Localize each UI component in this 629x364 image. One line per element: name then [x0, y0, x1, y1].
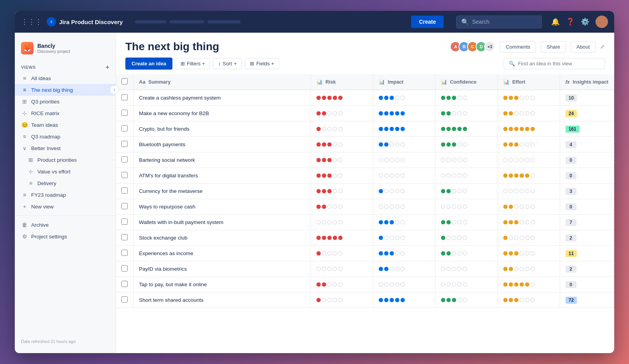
- create-idea-button[interactable]: Create an idea: [125, 58, 172, 70]
- effort-cell: [497, 199, 560, 215]
- effort-header[interactable]: 📊 Effort: [497, 74, 560, 90]
- row-checkbox[interactable]: [121, 156, 128, 163]
- row-checkbox[interactable]: [121, 281, 128, 287]
- add-view-icon[interactable]: +: [105, 64, 109, 71]
- sidebar-item-team-ideas[interactable]: 😊 Team ideas: [15, 119, 116, 131]
- share-button[interactable]: Share: [541, 41, 566, 52]
- insights-cell: 161: [560, 121, 614, 137]
- roadmap-icon: ≡: [21, 133, 28, 140]
- summary-cell[interactable]: PayID via biometrics: [134, 261, 311, 277]
- app-logo[interactable]: Jira Product Discovery: [47, 17, 123, 26]
- comments-button[interactable]: Comments: [500, 41, 536, 52]
- summary-cell[interactable]: Experiences as income: [134, 246, 311, 261]
- effort-cell: [497, 90, 560, 106]
- summary-cell[interactable]: Bluetooth payments: [134, 137, 311, 152]
- sidebar-collapse-button[interactable]: ‹: [110, 85, 119, 94]
- checkbox-cell: [116, 261, 134, 277]
- impact-header[interactable]: 📊 Impact: [373, 74, 435, 90]
- row-checkbox[interactable]: [121, 296, 128, 303]
- summary-cell[interactable]: ATM's for digital transfers: [134, 168, 311, 184]
- sidebar-item-all-ideas[interactable]: ≡ All ideas: [15, 72, 116, 84]
- fields-button[interactable]: ⊞ Fields +: [245, 58, 279, 69]
- sidebar-item-label: Q3 roadmap: [31, 134, 60, 140]
- insights-cell: 3: [560, 184, 614, 199]
- row-checkbox[interactable]: [121, 265, 128, 271]
- table-row: Bluetooth payments4: [116, 137, 614, 152]
- table-row: Stock exchange club2: [116, 230, 614, 246]
- row-checkbox[interactable]: [121, 94, 128, 100]
- summary-cell[interactable]: Bartering social network: [134, 152, 311, 168]
- checkbox-cell: [116, 277, 134, 292]
- risk-cell: [311, 152, 373, 168]
- about-button[interactable]: About: [571, 41, 596, 52]
- row-checkbox[interactable]: [121, 203, 128, 209]
- summary-cell[interactable]: Make a new economy for B2B: [134, 106, 311, 121]
- user-avatar[interactable]: [596, 16, 608, 28]
- settings-icon[interactable]: ⚙️: [581, 18, 589, 26]
- find-idea-search[interactable]: 🔍: [504, 58, 605, 69]
- row-checkbox[interactable]: [121, 187, 128, 194]
- sidebar-item-project-settings[interactable]: ⚙ Project settings: [15, 231, 116, 242]
- summary-cell[interactable]: Tap to pay, but make it online: [134, 277, 311, 292]
- summary-cell[interactable]: Stock exchange club: [134, 230, 311, 246]
- summary-cell[interactable]: Short term shared accounts: [134, 292, 311, 308]
- row-checkbox[interactable]: [121, 110, 128, 116]
- risk-cell: [311, 246, 373, 261]
- impact-cell: [373, 199, 435, 215]
- summary-cell[interactable]: Create a cashless payment system: [134, 90, 311, 106]
- insight-badge: 3: [566, 188, 576, 195]
- nav-create-button[interactable]: Create: [411, 16, 444, 28]
- row-checkbox[interactable]: [121, 234, 128, 240]
- summary-cell[interactable]: Ways to repurpose cash: [134, 199, 311, 215]
- confidence-cell: [435, 292, 497, 308]
- checkbox-cell: [116, 230, 134, 246]
- insight-badge: 0: [566, 157, 576, 164]
- sidebar-item-rice-matrix[interactable]: ⊹ RICE matrix: [15, 107, 116, 119]
- sidebar-item-value-vs-effort[interactable]: ⊹ Value vs effort: [15, 166, 116, 177]
- nav-pill-1[interactable]: [135, 20, 166, 23]
- sort-button[interactable]: ↕ Sort +: [213, 58, 242, 69]
- expand-icon[interactable]: ⤢: [600, 44, 605, 50]
- checkbox-cell: [116, 137, 134, 152]
- row-checkbox[interactable]: [121, 141, 128, 147]
- sidebar-divider: [15, 215, 116, 216]
- sidebar-item-better-invest[interactable]: ∨ Better Invest: [15, 142, 116, 154]
- sidebar-item-label: Team ideas: [31, 122, 58, 128]
- nav-pill-3[interactable]: [207, 20, 241, 23]
- help-icon[interactable]: ❓: [566, 18, 575, 26]
- effort-cell: [497, 121, 560, 137]
- sidebar-item-next-big-thing[interactable]: ≡ The next big thing: [15, 84, 116, 96]
- roadmap-icon: ≡: [21, 192, 28, 198]
- nav-search-box[interactable]: 🔍 Search: [456, 16, 542, 28]
- sidebar-item-new-view[interactable]: + New view: [15, 201, 116, 212]
- summary-cell[interactable]: Wallets with in-built payment system: [134, 215, 311, 230]
- table-row: Make a new economy for B2B24: [116, 106, 614, 121]
- summary-cell[interactable]: Crypto, but for friends: [134, 121, 311, 137]
- row-checkbox[interactable]: [121, 125, 128, 131]
- sidebar-item-archive[interactable]: 🗑 Archive: [15, 219, 116, 231]
- impact-cell: [373, 184, 435, 199]
- emoji-icon: 😊: [21, 122, 28, 128]
- find-idea-input[interactable]: [518, 61, 600, 66]
- sidebar-item-product-priorities[interactable]: ⊞ Product priorities: [15, 154, 116, 166]
- insights-header[interactable]: fx Insights impact: [560, 74, 614, 90]
- effort-cell: [497, 137, 560, 152]
- risk-header[interactable]: 📊 Risk: [311, 74, 373, 90]
- sidebar-item-delivery[interactable]: ≡ Delivery: [15, 177, 116, 189]
- confidence-header[interactable]: 📊 Confidence: [435, 74, 497, 90]
- fields-icon: ⊞: [250, 61, 254, 66]
- row-checkbox[interactable]: [121, 219, 128, 225]
- insights-cell: 0: [560, 168, 614, 184]
- sidebar-item-q3-priorities[interactable]: ⊞ Q3 priorities: [15, 96, 116, 107]
- summary-cell[interactable]: Currency for the metaverse: [134, 184, 311, 199]
- notifications-icon[interactable]: 🔔: [551, 18, 560, 26]
- confidence-cell: [435, 106, 497, 121]
- row-checkbox[interactable]: [121, 172, 128, 178]
- select-all-checkbox[interactable]: [121, 78, 128, 84]
- sidebar-item-fy23-roadmap[interactable]: ≡ FY23 roadmap: [15, 189, 116, 201]
- row-checkbox[interactable]: [121, 250, 128, 256]
- nav-pill-2[interactable]: [169, 20, 204, 23]
- sidebar-item-q3-roadmap[interactable]: ≡ Q3 roadmap: [15, 131, 116, 142]
- filters-button[interactable]: ⊞ Filters +: [176, 58, 210, 69]
- grid-menu-icon[interactable]: ⋮⋮⋮: [21, 18, 42, 26]
